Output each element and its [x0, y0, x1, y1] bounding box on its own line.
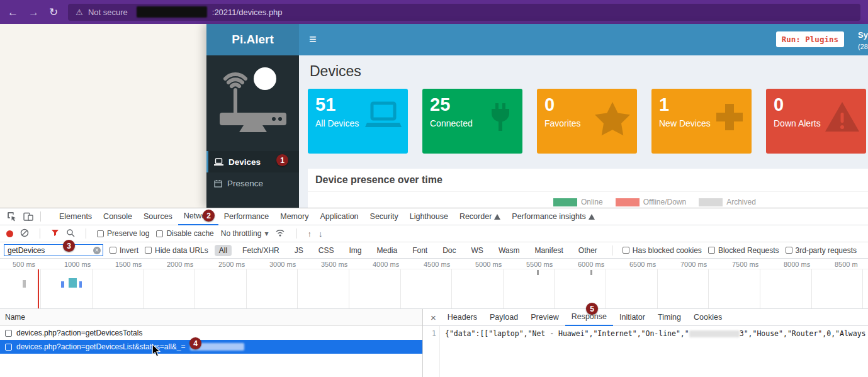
close-icon[interactable]: × [431, 312, 436, 323]
detail-tab-headers[interactable]: Headers [441, 309, 483, 326]
timeline-tick: 3000 ms [269, 261, 296, 268]
disable-cache-checkbox[interactable]: Disable cache [156, 229, 213, 238]
network-overview-timeline[interactable]: 500 ms 1000 ms 1500 ms 2000 ms 2500 ms 3… [0, 259, 868, 309]
filter-type-media[interactable]: Media [372, 245, 402, 256]
import-har-icon[interactable]: ↑ [307, 229, 312, 239]
device-toolbar-icon[interactable] [20, 211, 37, 222]
network-filter-input[interactable]: × [4, 244, 103, 256]
tab-label: Recorder [459, 212, 492, 221]
legend-label: Online [581, 198, 603, 206]
legend-item-online[interactable]: Online [553, 198, 603, 206]
record-button[interactable] [6, 230, 13, 237]
back-button[interactable]: ← [8, 7, 18, 18]
timeline-tick: 6500 ms [629, 261, 656, 268]
throttling-value: No throttling [221, 229, 262, 238]
address-bar[interactable]: ⚠ Not secure :20211/devices.php [68, 4, 860, 21]
card-down-alerts[interactable]: 0 Down Alerts [766, 89, 866, 154]
filter-type-font[interactable]: Font [408, 245, 432, 256]
request-row-selected[interactable]: devices.php?action=getDevicesList&status… [0, 340, 422, 354]
timeline-gridline [297, 269, 298, 308]
request-checkbox[interactable] [5, 344, 12, 351]
annotation-step-1: 1 [276, 154, 288, 166]
tab-performance[interactable]: Performance [218, 208, 275, 225]
detail-tab-preview[interactable]: Preview [524, 309, 565, 326]
filter-type-js[interactable]: JS [290, 245, 308, 256]
line-number-gutter: 1 [423, 326, 440, 377]
filter-text-field[interactable] [4, 246, 91, 255]
detail-tab-initiator[interactable]: Initiator [613, 309, 651, 326]
desktop-background [0, 24, 206, 208]
filter-type-wasm[interactable]: Wasm [494, 245, 524, 256]
user-info: Sym (28, [858, 29, 868, 52]
throttling-select[interactable]: No throttling ▾ [221, 229, 269, 238]
tab-sources[interactable]: Sources [138, 208, 178, 225]
checkbox-label: Disable cache [166, 229, 213, 238]
refresh-button[interactable]: ↻ [49, 7, 58, 18]
filter-type-fetch-xhr[interactable]: Fetch/XHR [238, 245, 284, 256]
tab-security[interactable]: Security [364, 208, 404, 225]
divider [40, 211, 41, 222]
card-connected[interactable]: 25 Connected [422, 89, 522, 154]
detail-tab-timing[interactable]: Timing [651, 309, 687, 326]
network-toolbar: Preserve log Disable cache No throttling… [0, 225, 868, 242]
card-favorites[interactable]: 0 Favorites [537, 89, 637, 154]
filter-type-doc[interactable]: Doc [438, 245, 460, 256]
hamburger-menu-icon[interactable]: ≡ [309, 32, 317, 47]
filter-type-all[interactable]: All [215, 245, 232, 256]
search-icon[interactable] [66, 228, 75, 239]
page-title: Devices [310, 63, 868, 80]
sidebar-item-presence[interactable]: Presence [206, 172, 299, 194]
tab-application[interactable]: Application [314, 208, 364, 225]
detail-tab-cookies[interactable]: Cookies [687, 309, 728, 326]
request-checkbox[interactable] [5, 330, 12, 337]
timeline-gridline [708, 269, 709, 308]
chart-legend: Online Offline/Down Archived [553, 198, 756, 206]
network-activity-bar [61, 281, 64, 288]
run-plugins-button[interactable]: Run: Plugins [776, 31, 844, 47]
checkbox [145, 247, 152, 254]
requests-name-header[interactable]: Name [0, 309, 422, 326]
tab-elements[interactable]: Elements [54, 208, 98, 225]
filter-type-img[interactable]: Img [344, 245, 366, 256]
tab-memory[interactable]: Memory [274, 208, 314, 225]
filter-type-ws[interactable]: WS [467, 245, 488, 256]
tab-performance-insights[interactable]: Performance insights [506, 208, 600, 225]
url-text: :20211/devices.php [212, 8, 283, 17]
request-detail-pane: × Headers Payload Preview Response Initi… [423, 309, 868, 377]
has-blocked-cookies-checkbox[interactable]: Has blocked cookies [623, 246, 702, 255]
filter-toggle-button[interactable] [51, 229, 59, 239]
clear-filter-icon[interactable]: × [93, 247, 101, 254]
checkbox [97, 230, 104, 237]
timeline-tick: 1000 ms [64, 261, 91, 268]
redacted-response-value [689, 330, 740, 337]
legend-item-offline[interactable]: Offline/Down [616, 198, 686, 206]
third-party-requests-checkbox[interactable]: 3rd-party requests [786, 246, 857, 255]
timeline-tick: 5500 ms [526, 261, 553, 268]
card-all-devices[interactable]: 51 All Devices [308, 89, 408, 154]
hide-data-urls-checkbox[interactable]: Hide data URLs [145, 246, 208, 255]
timeline-tick: 7000 ms [680, 261, 707, 268]
tab-console[interactable]: Console [98, 208, 138, 225]
filter-type-manifest[interactable]: Manifest [530, 245, 567, 256]
tab-lighthouse[interactable]: Lighthouse [404, 208, 454, 225]
card-new-devices[interactable]: 1 New Devices [651, 89, 752, 154]
app-logo[interactable]: Pi.Alert [206, 24, 299, 55]
invert-checkbox[interactable]: Invert [110, 246, 138, 255]
app-navbar: ≡ Run: Plugins Sym (28, [299, 24, 868, 55]
request-row[interactable]: devices.php?action=getDevicesTotals [0, 326, 422, 340]
user-info-line2: (28, [858, 43, 868, 50]
clear-button[interactable] [20, 228, 29, 239]
divider [86, 228, 86, 239]
forward-button[interactable]: → [28, 7, 39, 18]
detail-tab-payload[interactable]: Payload [483, 309, 524, 326]
tab-recorder[interactable]: Recorder [454, 208, 506, 225]
filter-type-other[interactable]: Other [574, 245, 602, 256]
network-conditions-icon[interactable] [275, 229, 285, 239]
inspect-icon[interactable] [4, 211, 20, 222]
export-har-icon[interactable]: ↓ [318, 229, 323, 239]
timeline-gridline [246, 269, 247, 308]
filter-type-css[interactable]: CSS [314, 245, 339, 256]
preserve-log-checkbox[interactable]: Preserve log [97, 229, 149, 238]
legend-item-archived[interactable]: Archived [699, 198, 756, 206]
blocked-requests-checkbox[interactable]: Blocked Requests [708, 246, 779, 255]
